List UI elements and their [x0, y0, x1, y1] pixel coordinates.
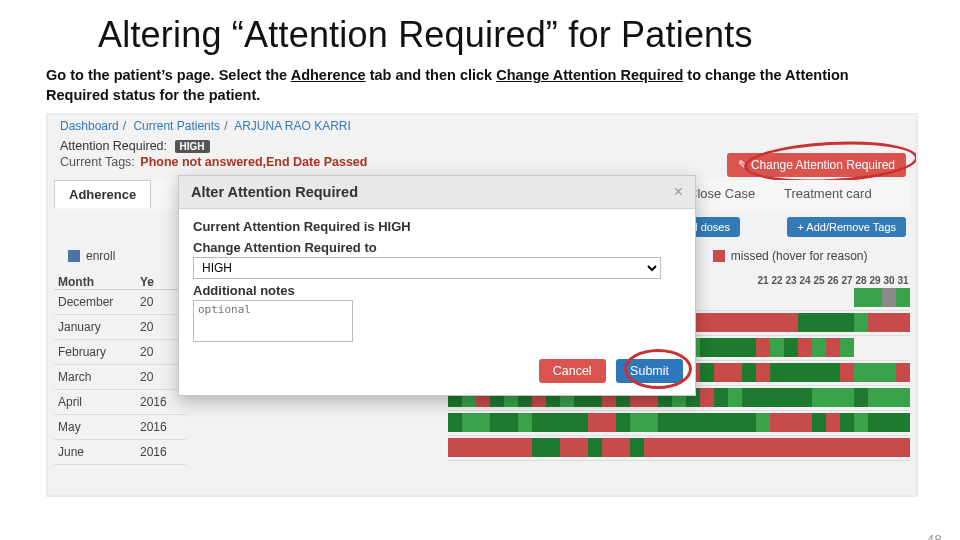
calendar-cell — [756, 438, 770, 457]
calendar-cell — [798, 338, 812, 357]
button-label: Change Attention Required — [751, 158, 895, 172]
change-attention-button[interactable]: ✎ Change Attention Required — [727, 153, 906, 177]
breadcrumb-item[interactable]: Current Patients — [133, 119, 220, 133]
calendar-cell — [882, 363, 896, 382]
calendar-cell — [812, 288, 826, 307]
calendar-cell — [490, 413, 504, 432]
calendar-cell — [728, 388, 742, 407]
calendar-cell — [868, 288, 882, 307]
add-remove-tags-button[interactable]: + Add/Remove Tags — [787, 217, 906, 237]
calendar-cell — [644, 438, 658, 457]
instr-link-change: Change Attention Required — [496, 67, 683, 83]
calendar-cell — [798, 288, 812, 307]
calendar-cell — [476, 438, 490, 457]
calendar-cell — [826, 413, 840, 432]
legend-label: enroll — [86, 249, 115, 263]
calendar-cell — [756, 338, 770, 357]
calendar-cell — [840, 388, 854, 407]
calendar-cell — [840, 288, 854, 307]
calendar-cell — [770, 288, 784, 307]
calendar-cell — [812, 313, 826, 332]
calendar-cell — [532, 413, 546, 432]
calendar-cell — [742, 438, 756, 457]
breadcrumb-item[interactable]: ARJUNA RAO KARRI — [234, 119, 351, 133]
calendar-cell — [798, 313, 812, 332]
close-icon[interactable]: × — [674, 183, 683, 201]
calendar-cell — [504, 438, 518, 457]
attention-select[interactable]: HIGH — [193, 257, 661, 279]
calendar-cell — [742, 288, 756, 307]
current-tags: Current Tags: Phone not answered,End Dat… — [60, 155, 367, 169]
modal-footer: Cancel Submit — [179, 351, 695, 395]
calendar-cell — [658, 413, 672, 432]
submit-button[interactable]: Submit — [616, 359, 683, 383]
calendar-cell — [756, 388, 770, 407]
table-row: March20 — [54, 365, 186, 390]
calendar-cell — [700, 438, 714, 457]
calendar-cell — [798, 363, 812, 382]
calendar-cell — [854, 388, 868, 407]
tab-adherence[interactable]: Adherence — [54, 180, 151, 208]
calendar-cell — [728, 413, 742, 432]
calendar-cell — [770, 338, 784, 357]
calendar-cell — [896, 413, 910, 432]
modal-header: Alter Attention Required × — [179, 176, 695, 209]
calendar-cell — [896, 363, 910, 382]
calendar-cell — [770, 363, 784, 382]
calendar-cell — [630, 413, 644, 432]
table-row: April2016 — [54, 390, 186, 415]
calendar-cell — [546, 413, 560, 432]
breadcrumb-item[interactable]: Dashboard — [60, 119, 119, 133]
calendar-cell — [812, 438, 826, 457]
calendar-cell — [784, 388, 798, 407]
calendar-cell — [812, 338, 826, 357]
calendar-cell — [854, 363, 868, 382]
tags-label: Current Tags: — [60, 155, 135, 169]
calendar-cell — [882, 438, 896, 457]
calendar-cell — [728, 313, 742, 332]
calendar-cell — [868, 388, 882, 407]
calendar-cell — [574, 438, 588, 457]
calendar-cell — [476, 413, 490, 432]
calendar-cell — [840, 363, 854, 382]
calendar-cell — [448, 413, 462, 432]
calendar-cell — [714, 438, 728, 457]
instr-link-adherence: Adherence — [291, 67, 366, 83]
pencil-icon: ✎ — [738, 158, 751, 172]
calendar-cell — [700, 413, 714, 432]
calendar-cell — [882, 413, 896, 432]
calendar-cell — [714, 288, 728, 307]
calendar-cell — [742, 363, 756, 382]
calendar-cell — [868, 313, 882, 332]
calendar-cell — [882, 288, 896, 307]
calendar-cell — [868, 338, 882, 357]
calendar-cell — [854, 338, 868, 357]
calendar-cell — [826, 388, 840, 407]
calendar-cell — [462, 413, 476, 432]
modal-notes-label: Additional notes — [193, 283, 681, 298]
alter-attention-modal: Alter Attention Required × Current Atten… — [178, 175, 696, 396]
calendar-cell — [854, 288, 868, 307]
table-row: January20 — [54, 315, 186, 340]
page-number: 48 — [926, 532, 942, 540]
legend-label: missed (hover for reason) — [731, 249, 868, 263]
calendar-cell — [854, 413, 868, 432]
cancel-button[interactable]: Cancel — [539, 359, 606, 383]
screenshot-panel: Dashboard/ Current Patients/ ARJUNA RAO … — [46, 113, 918, 497]
calendar-cell — [840, 313, 854, 332]
calendar-cell — [546, 438, 560, 457]
calendar-cell — [714, 313, 728, 332]
calendar-cell — [700, 388, 714, 407]
calendar-cell — [560, 413, 574, 432]
notes-textarea[interactable] — [193, 300, 353, 342]
tab-treatment-card[interactable]: Treatment card — [770, 180, 886, 207]
button-label: Add/Remove Tags — [806, 221, 896, 233]
calendar-cell — [728, 363, 742, 382]
modal-change-label: Change Attention Required to — [193, 240, 681, 255]
table-row: February20 — [54, 340, 186, 365]
calendar-cell — [742, 388, 756, 407]
calendar-cell — [840, 338, 854, 357]
breadcrumb: Dashboard/ Current Patients/ ARJUNA RAO … — [60, 119, 351, 133]
calendar-cell — [854, 313, 868, 332]
calendar-cell — [868, 413, 882, 432]
